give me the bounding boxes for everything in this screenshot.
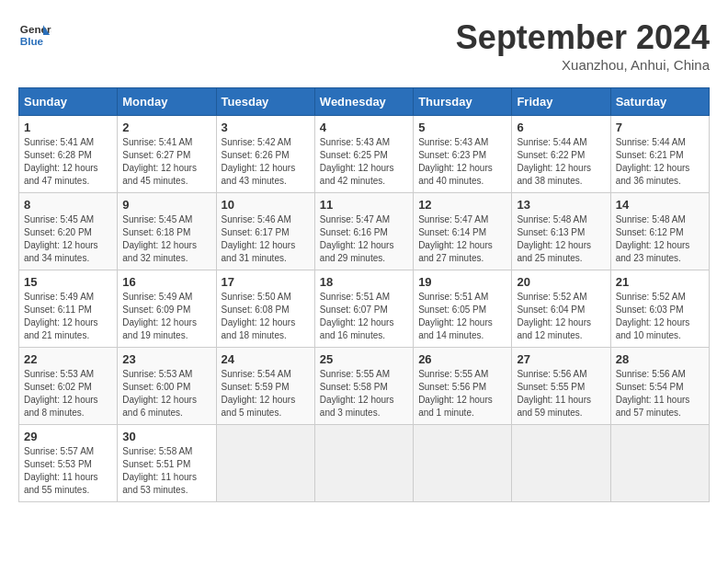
calendar-cell: 27Sunrise: 5:56 AM Sunset: 5:55 PM Dayli… — [512, 348, 610, 425]
day-number: 11 — [320, 198, 408, 212]
day-info: Sunrise: 5:50 AM Sunset: 6:08 PM Dayligh… — [222, 291, 310, 342]
day-header-wednesday: Wednesday — [314, 88, 413, 116]
location-subtitle: Xuanzhou, Anhui, China — [456, 57, 710, 73]
calendar-cell: 4Sunrise: 5:43 AM Sunset: 6:25 PM Daylig… — [314, 116, 413, 193]
day-info: Sunrise: 5:55 AM Sunset: 5:58 PM Dayligh… — [320, 368, 408, 419]
calendar-cell: 24Sunrise: 5:54 AM Sunset: 5:59 PM Dayli… — [216, 348, 314, 425]
logo: General Blue — [18, 18, 51, 52]
calendar-cell: 23Sunrise: 5:53 AM Sunset: 6:00 PM Dayli… — [118, 348, 216, 425]
day-number: 22 — [24, 352, 112, 366]
day-number: 18 — [320, 275, 408, 289]
day-info: Sunrise: 5:48 AM Sunset: 6:12 PM Dayligh… — [616, 213, 704, 265]
day-info: Sunrise: 5:56 AM Sunset: 5:54 PM Dayligh… — [616, 368, 704, 419]
day-info: Sunrise: 5:43 AM Sunset: 6:23 PM Dayligh… — [418, 136, 506, 188]
calendar-cell: 26Sunrise: 5:55 AM Sunset: 5:56 PM Dayli… — [414, 348, 512, 425]
calendar-cell: 30Sunrise: 5:58 AM Sunset: 5:51 PM Dayli… — [118, 425, 216, 502]
day-number: 10 — [222, 198, 310, 212]
day-header-saturday: Saturday — [610, 88, 709, 116]
calendar-cell: 6Sunrise: 5:44 AM Sunset: 6:22 PM Daylig… — [512, 116, 610, 193]
calendar-cell: 2Sunrise: 5:41 AM Sunset: 6:27 PM Daylig… — [118, 116, 216, 193]
day-number: 24 — [222, 352, 310, 366]
calendar-cell: 7Sunrise: 5:44 AM Sunset: 6:21 PM Daylig… — [610, 116, 709, 193]
day-number: 29 — [24, 430, 112, 443]
day-info: Sunrise: 5:41 AM Sunset: 6:28 PM Dayligh… — [24, 136, 112, 188]
page-header: General Blue September 2024 Xuanzhou, An… — [18, 18, 710, 73]
day-info: Sunrise: 5:51 AM Sunset: 6:07 PM Dayligh… — [320, 291, 408, 342]
calendar-cell: 9Sunrise: 5:45 AM Sunset: 6:18 PM Daylig… — [118, 193, 216, 270]
day-header-thursday: Thursday — [414, 88, 512, 116]
day-info: Sunrise: 5:57 AM Sunset: 5:53 PM Dayligh… — [24, 445, 112, 497]
day-info: Sunrise: 5:41 AM Sunset: 6:27 PM Dayligh… — [122, 136, 210, 188]
calendar-cell: 13Sunrise: 5:48 AM Sunset: 6:13 PM Dayli… — [512, 193, 610, 270]
calendar-cell: 3Sunrise: 5:42 AM Sunset: 6:26 PM Daylig… — [216, 116, 314, 193]
calendar-cell: 25Sunrise: 5:55 AM Sunset: 5:58 PM Dayli… — [314, 348, 413, 425]
logo-icon: General Blue — [18, 18, 51, 52]
day-number: 15 — [24, 275, 112, 289]
day-number: 14 — [616, 198, 704, 212]
day-number: 12 — [418, 198, 506, 212]
day-info: Sunrise: 5:56 AM Sunset: 5:55 PM Dayligh… — [517, 368, 605, 419]
svg-text:Blue: Blue — [20, 35, 44, 47]
day-header-sunday: Sunday — [19, 88, 118, 116]
day-info: Sunrise: 5:54 AM Sunset: 5:59 PM Dayligh… — [222, 368, 310, 419]
day-number: 30 — [122, 430, 210, 443]
day-header-friday: Friday — [512, 88, 610, 116]
calendar-week-2: 8Sunrise: 5:45 AM Sunset: 6:20 PM Daylig… — [19, 193, 710, 270]
calendar-cell — [512, 425, 610, 502]
day-number: 8 — [24, 198, 112, 212]
day-number: 16 — [122, 275, 210, 289]
title-section: September 2024 Xuanzhou, Anhui, China — [456, 18, 710, 73]
day-number: 19 — [418, 275, 506, 289]
calendar-cell: 19Sunrise: 5:51 AM Sunset: 6:05 PM Dayli… — [414, 270, 512, 348]
day-number: 13 — [517, 198, 605, 212]
day-info: Sunrise: 5:46 AM Sunset: 6:17 PM Dayligh… — [222, 213, 310, 265]
day-info: Sunrise: 5:42 AM Sunset: 6:26 PM Dayligh… — [222, 136, 310, 188]
day-number: 25 — [320, 352, 408, 366]
calendar-week-3: 15Sunrise: 5:49 AM Sunset: 6:11 PM Dayli… — [19, 270, 710, 348]
calendar-cell: 29Sunrise: 5:57 AM Sunset: 5:53 PM Dayli… — [19, 425, 118, 502]
calendar-week-5: 29Sunrise: 5:57 AM Sunset: 5:53 PM Dayli… — [19, 425, 710, 502]
day-info: Sunrise: 5:53 AM Sunset: 6:00 PM Dayligh… — [122, 368, 210, 419]
calendar-cell: 22Sunrise: 5:53 AM Sunset: 6:02 PM Dayli… — [19, 348, 118, 425]
day-info: Sunrise: 5:49 AM Sunset: 6:09 PM Dayligh… — [122, 291, 210, 342]
calendar-cell: 1Sunrise: 5:41 AM Sunset: 6:28 PM Daylig… — [19, 116, 118, 193]
calendar-cell: 11Sunrise: 5:47 AM Sunset: 6:16 PM Dayli… — [314, 193, 413, 270]
day-info: Sunrise: 5:52 AM Sunset: 6:04 PM Dayligh… — [517, 291, 605, 342]
calendar-cell: 10Sunrise: 5:46 AM Sunset: 6:17 PM Dayli… — [216, 193, 314, 270]
day-info: Sunrise: 5:49 AM Sunset: 6:11 PM Dayligh… — [24, 291, 112, 342]
day-number: 23 — [122, 352, 210, 366]
day-number: 17 — [222, 275, 310, 289]
calendar-cell: 8Sunrise: 5:45 AM Sunset: 6:20 PM Daylig… — [19, 193, 118, 270]
calendar-cell: 17Sunrise: 5:50 AM Sunset: 6:08 PM Dayli… — [216, 270, 314, 348]
day-info: Sunrise: 5:44 AM Sunset: 6:21 PM Dayligh… — [616, 136, 704, 188]
calendar-cell: 20Sunrise: 5:52 AM Sunset: 6:04 PM Dayli… — [512, 270, 610, 348]
calendar-cell: 16Sunrise: 5:49 AM Sunset: 6:09 PM Dayli… — [118, 270, 216, 348]
calendar-cell: 12Sunrise: 5:47 AM Sunset: 6:14 PM Dayli… — [414, 193, 512, 270]
calendar-cell: 18Sunrise: 5:51 AM Sunset: 6:07 PM Dayli… — [314, 270, 413, 348]
day-number: 27 — [517, 352, 605, 366]
day-number: 26 — [418, 352, 506, 366]
calendar-cell — [414, 425, 512, 502]
day-number: 20 — [517, 275, 605, 289]
day-number: 2 — [122, 121, 210, 134]
calendar-week-4: 22Sunrise: 5:53 AM Sunset: 6:02 PM Dayli… — [19, 348, 710, 425]
calendar-cell — [314, 425, 413, 502]
day-number: 5 — [418, 121, 506, 134]
day-number: 1 — [24, 121, 112, 134]
calendar-cell — [216, 425, 314, 502]
day-info: Sunrise: 5:45 AM Sunset: 6:20 PM Dayligh… — [24, 213, 112, 265]
day-info: Sunrise: 5:58 AM Sunset: 5:51 PM Dayligh… — [122, 445, 210, 497]
calendar-cell: 5Sunrise: 5:43 AM Sunset: 6:23 PM Daylig… — [414, 116, 512, 193]
day-header-monday: Monday — [118, 88, 216, 116]
calendar-cell: 28Sunrise: 5:56 AM Sunset: 5:54 PM Dayli… — [610, 348, 709, 425]
day-info: Sunrise: 5:47 AM Sunset: 6:14 PM Dayligh… — [418, 213, 506, 265]
day-info: Sunrise: 5:47 AM Sunset: 6:16 PM Dayligh… — [320, 213, 408, 265]
day-info: Sunrise: 5:43 AM Sunset: 6:25 PM Dayligh… — [320, 136, 408, 188]
day-number: 21 — [616, 275, 704, 289]
day-number: 9 — [122, 198, 210, 212]
day-info: Sunrise: 5:55 AM Sunset: 5:56 PM Dayligh… — [418, 368, 506, 419]
day-info: Sunrise: 5:53 AM Sunset: 6:02 PM Dayligh… — [24, 368, 112, 419]
calendar-cell — [610, 425, 709, 502]
day-info: Sunrise: 5:45 AM Sunset: 6:18 PM Dayligh… — [122, 213, 210, 265]
calendar-table: SundayMondayTuesdayWednesdayThursdayFrid… — [18, 87, 710, 502]
